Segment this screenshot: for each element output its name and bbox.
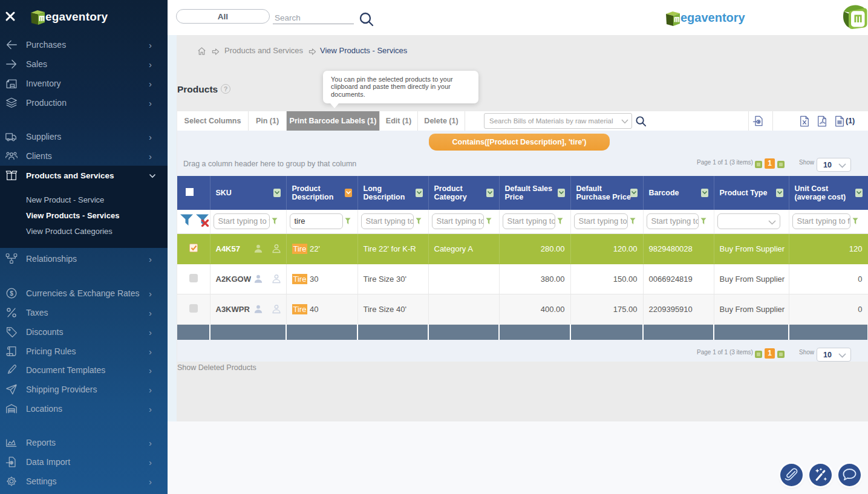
- svg-text:$: $: [10, 290, 13, 297]
